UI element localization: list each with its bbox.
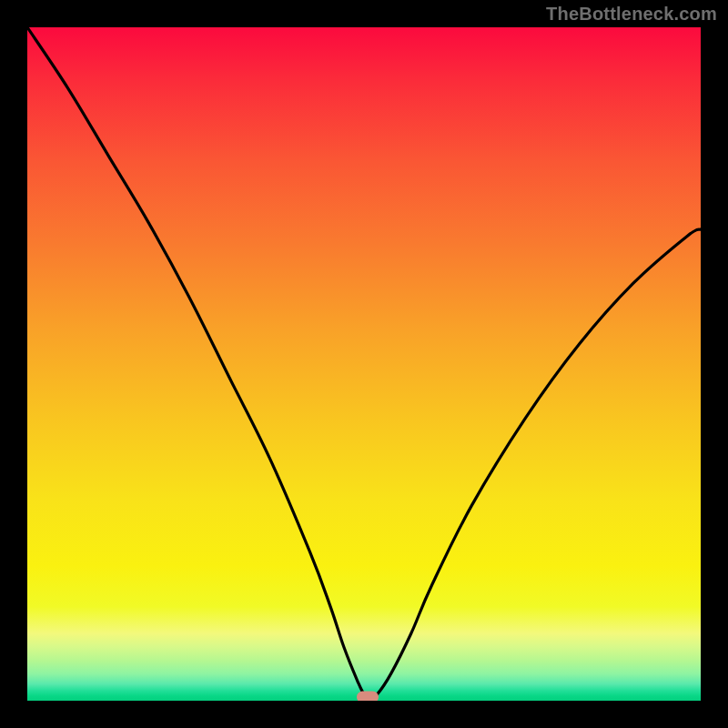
plot-area (27, 27, 701, 701)
minimum-marker (357, 692, 379, 701)
chart-stage: TheBottleneck.com (0, 0, 728, 728)
curve-layer (27, 27, 701, 701)
watermark-text: TheBottleneck.com (546, 4, 717, 25)
bottleneck-curve (27, 27, 701, 697)
